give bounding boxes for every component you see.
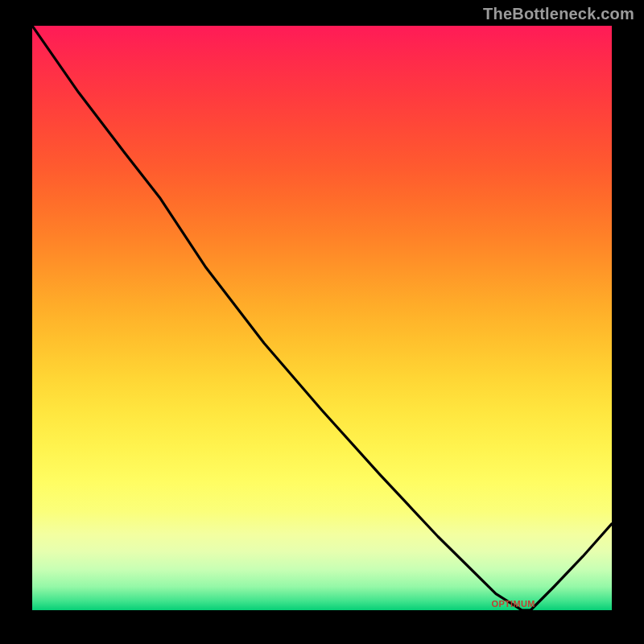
plot-area: OPTIMUM (32, 26, 612, 610)
bottleneck-curve (32, 26, 612, 610)
optimal-marker-label: OPTIMUM (492, 599, 535, 609)
chart-frame: TheBottleneck.com OPTIMUM (0, 0, 644, 644)
attribution-label: TheBottleneck.com (483, 5, 634, 23)
